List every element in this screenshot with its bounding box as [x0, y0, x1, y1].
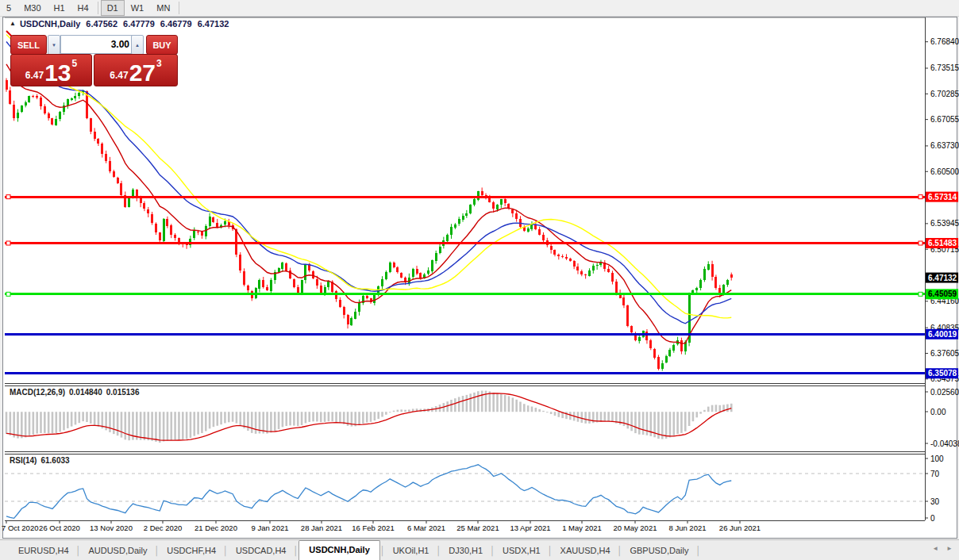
timeframe-button-w1[interactable]: W1: [125, 0, 151, 16]
svg-text:70: 70: [930, 470, 940, 478]
tab-separator: │: [76, 542, 82, 560]
svg-text:0.025609: 0.025609: [930, 388, 959, 397]
timeframe-button-h1[interactable]: H1: [48, 0, 71, 16]
level-badge-6.51483: 6.51483: [926, 238, 958, 248]
chart-tab-eurusd[interactable]: EURUSD,H4: [11, 542, 76, 560]
timeframe-button-m30[interactable]: M30: [17, 0, 47, 16]
chart-tab-gbpusd[interactable]: GBPUSD,Daily: [622, 542, 695, 560]
sell-price-prefix: 6.47: [25, 70, 44, 81]
chart-window-frame: [3, 17, 957, 539]
chart-tab-usdcnh[interactable]: USDCNH,Daily: [298, 540, 379, 560]
chart-tab-usdx[interactable]: USDX,H1: [495, 542, 548, 560]
svg-text:8 Jun 2021: 8 Jun 2021: [668, 524, 706, 532]
tab-separator: │: [548, 542, 553, 560]
svg-text:7 Oct 2020: 7 Oct 2020: [2, 524, 38, 532]
svg-text:6.51483: 6.51483: [928, 239, 957, 247]
svg-text:0.00: 0.00: [930, 408, 946, 416]
tab-separator: │: [154, 542, 160, 560]
svg-text:-0.040386: -0.040386: [930, 439, 959, 448]
svg-text:20 May 2021: 20 May 2021: [614, 524, 657, 532]
chart-tab-ukoil[interactable]: UKOil,H1: [386, 542, 437, 560]
svg-text:6.53945: 6.53945: [930, 219, 959, 228]
line-handle[interactable]: [919, 292, 922, 296]
ohlc-high: 6.47779: [123, 19, 155, 29]
chart-symbol-label: USDCNH,Daily: [20, 19, 80, 29]
svg-text:6.67055: 6.67055: [930, 115, 959, 124]
svg-text:6.63730: 6.63730: [930, 141, 959, 150]
svg-text:25 Mar 2021: 25 Mar 2021: [456, 524, 499, 532]
ohlc-open: 6.47562: [86, 19, 117, 29]
line-handle[interactable]: [919, 241, 922, 245]
svg-text:0: 0: [930, 514, 935, 523]
symbol-tab-bar: EURUSD,H4│AUDUSD,Daily│USDCHF,H4│USDCAD,…: [0, 539, 959, 560]
timeframe-button-h4[interactable]: H4: [71, 0, 95, 16]
timeframe-button-mn[interactable]: MN: [150, 0, 176, 16]
macd-label: MACD(12,26,9) 0.014840 0.015136: [10, 388, 139, 397]
tab-separator: │: [293, 542, 298, 560]
collapse-triangle-icon[interactable]: ▲: [10, 20, 16, 29]
chart-tab-usdcad[interactable]: USDCAD,H4: [229, 542, 294, 560]
line-handle[interactable]: [6, 292, 10, 296]
svg-text:26 Jun 2021: 26 Jun 2021: [719, 524, 761, 532]
svg-text:28 Jan 2021: 28 Jan 2021: [301, 524, 342, 532]
volume-increase-button[interactable]: ▲: [131, 35, 144, 55]
svg-text:1 May 2021: 1 May 2021: [562, 524, 602, 532]
chart-tab-usdchf[interactable]: USDCHF,H4: [160, 542, 223, 560]
sell-price-button[interactable]: 6.47 13 5: [10, 54, 92, 86]
chart-title: ▲ USDCNH,Daily 6.47562 6.47779 6.46779 6…: [10, 19, 229, 29]
tab-separator: │: [380, 542, 386, 560]
svg-text:6.73515: 6.73515: [930, 63, 959, 72]
rsi-label: RSI(14) 61.6033: [10, 456, 70, 465]
svg-text:21 Dec 2020: 21 Dec 2020: [194, 524, 237, 532]
volume-input[interactable]: 3.00: [60, 35, 134, 54]
svg-text:6.35078: 6.35078: [928, 369, 957, 378]
tab-separator: │: [695, 542, 701, 560]
line-handle[interactable]: [919, 195, 922, 199]
volume-decrease-button[interactable]: ▼: [48, 35, 60, 55]
ohlc-close: 6.47132: [198, 19, 229, 29]
sell-price-point: 5: [72, 58, 78, 69]
timeframe-button-d1[interactable]: D1: [101, 0, 125, 16]
trading-terminal: 5M30H1H4D1W1MN 6.768406.735156.702856.67…: [0, 0, 959, 560]
rsi-value: 61.6033: [40, 456, 69, 465]
svg-text:13 Apr 2021: 13 Apr 2021: [510, 524, 550, 532]
svg-text:16 Feb 2021: 16 Feb 2021: [352, 524, 394, 532]
svg-text:6.45059: 6.45059: [928, 290, 957, 298]
chart-tab-audusd[interactable]: AUDUSD,Daily: [81, 542, 154, 560]
buy-button[interactable]: BUY: [146, 35, 178, 55]
svg-text:26 Oct 2020: 26 Oct 2020: [39, 524, 80, 532]
buy-price-point: 3: [156, 58, 162, 69]
tab-separator: │: [618, 542, 623, 560]
chart-tab-dj30[interactable]: DJ30,H1: [441, 542, 490, 560]
svg-text:6.40019: 6.40019: [928, 330, 957, 339]
sell-button[interactable]: SELL: [10, 35, 47, 55]
svg-text:6.70285: 6.70285: [930, 90, 959, 98]
svg-text:6.57314: 6.57314: [928, 193, 957, 201]
toolbar-separator: [179, 2, 179, 14]
tab-scroll-right-icon[interactable]: ►: [946, 545, 953, 552]
line-handle[interactable]: [6, 195, 10, 199]
ohlc-low: 6.46779: [160, 19, 192, 29]
level-badge-6.57314: 6.57314: [926, 192, 958, 202]
svg-text:6.37605: 6.37605: [930, 349, 959, 358]
svg-text:100: 100: [930, 455, 944, 463]
level-badge-6.40019: 6.40019: [926, 329, 958, 339]
buy-price-prefix: 6.47: [110, 70, 128, 81]
svg-text:30: 30: [930, 497, 940, 506]
tab-separator: │: [223, 542, 229, 560]
buy-price-button[interactable]: 6.47 27 3: [94, 54, 178, 86]
tab-separator: │: [436, 542, 441, 560]
svg-text:6 Mar 2021: 6 Mar 2021: [407, 524, 445, 532]
current-price-badge: 6.47132: [926, 273, 958, 283]
sell-price-pips: 13: [44, 63, 71, 83]
macd-signal-value: 0.015136: [106, 388, 140, 397]
line-handle[interactable]: [6, 241, 10, 245]
tab-scroll-left-icon[interactable]: ◄: [932, 545, 938, 552]
timeframe-button-5[interactable]: 5: [0, 0, 17, 16]
svg-text:6.76840: 6.76840: [930, 37, 959, 46]
level-badge-6.45059: 6.45059: [926, 289, 958, 299]
timeframe-toolbar: 5M30H1H4D1W1MN: [0, 0, 959, 17]
chart-tab-xauusd[interactable]: XAUUSD,H4: [553, 542, 618, 560]
macd-name: MACD(12,26,9): [10, 388, 65, 397]
rsi-name: RSI(14): [10, 456, 37, 465]
